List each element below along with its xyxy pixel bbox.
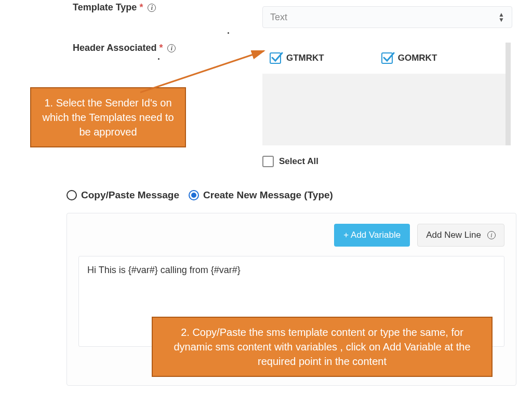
header-options-box: GTMRKT GOMRKT [262, 43, 511, 145]
required-asterisk: * [159, 43, 163, 53]
decorative-dot [158, 58, 159, 60]
radio-create-new-label: Create New Message (Type) [203, 189, 333, 201]
decorative-dot [228, 32, 229, 34]
template-type-value: Text [270, 12, 287, 23]
header-option-label: GOMRKT [398, 53, 437, 63]
header-option-gtmrkt[interactable]: GTMRKT [270, 52, 324, 64]
header-option-gomrkt[interactable]: GOMRKT [381, 52, 437, 64]
annotation-callout-1: 1. Select the Sender Id's on which the T… [30, 87, 186, 147]
message-mode-row: Copy/Paste Message Create New Message (T… [66, 189, 333, 201]
info-icon: i [487, 231, 496, 239]
checkbox-checked-icon [381, 52, 393, 64]
radio-copy-paste-label: Copy/Paste Message [81, 189, 179, 201]
add-variable-button[interactable]: + Add Variable [334, 224, 410, 247]
template-type-label: Template Type * i [0, 0, 262, 13]
annotation-callout-2: 2. Copy/Paste the sms template content o… [152, 317, 493, 377]
editor-toolbar: + Add Variable Add New Line i [78, 224, 504, 247]
template-type-label-text: Template Type [73, 2, 137, 12]
info-icon[interactable]: i [148, 4, 156, 12]
header-items: GTMRKT GOMRKT [262, 43, 506, 74]
select-all-row[interactable]: Select All [262, 156, 318, 167]
checkbox-empty-icon [262, 156, 274, 167]
radio-copy-paste[interactable]: Copy/Paste Message [66, 189, 179, 201]
template-type-select[interactable]: Text ▲▼ [262, 6, 512, 28]
header-option-label: GTMRKT [286, 53, 324, 63]
header-associated-label-text: Header Associated [73, 43, 156, 53]
required-asterisk: * [139, 2, 143, 12]
header-associated-label: Header Associated * i [0, 43, 262, 53]
add-new-line-button[interactable]: Add New Line i [417, 224, 504, 247]
add-new-line-label: Add New Line [426, 230, 481, 240]
radio-checked-icon [189, 190, 199, 200]
radio-unchecked-icon [66, 190, 77, 200]
svg-line-0 [140, 51, 264, 92]
checkbox-checked-icon [270, 52, 281, 64]
info-icon[interactable]: i [167, 44, 176, 52]
chevron-updown-icon: ▲▼ [498, 12, 504, 22]
select-all-label: Select All [279, 156, 318, 167]
radio-create-new[interactable]: Create New Message (Type) [189, 189, 333, 201]
